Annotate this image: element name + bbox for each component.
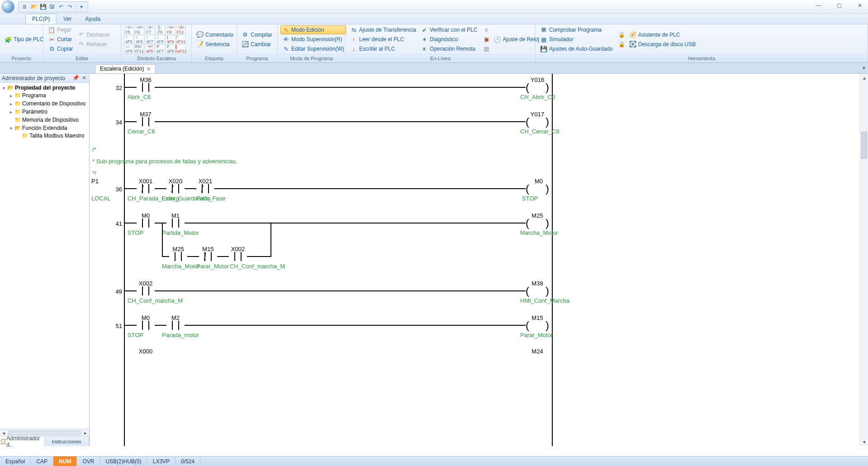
sym-af8[interactable]: FaF8 bbox=[166, 44, 175, 53]
ajuste-transferencia-button[interactable]: ⇆Ajuste de Transferencia bbox=[348, 25, 418, 34]
tree-programa[interactable]: ▸📁Programa bbox=[7, 92, 89, 99]
enline-icon-3[interactable]: ▤ bbox=[482, 44, 491, 53]
enline-icon-2[interactable]: ▣ bbox=[482, 35, 491, 44]
lock-icon-2[interactable]: 🔒 bbox=[617, 40, 626, 49]
sym-f8[interactable]: ()F8 bbox=[155, 25, 165, 34]
qat-new-icon[interactable]: 🗎 bbox=[21, 3, 28, 10]
leer-plc-button[interactable]: ↑Leer desde el PLC bbox=[348, 35, 418, 44]
sym-af5[interactable]: ⊣⊢aF5 bbox=[145, 44, 155, 53]
document-tabs-dropdown-icon[interactable]: ▾ bbox=[863, 65, 865, 71]
operacion-remota-button[interactable]: ☀Operación Remota bbox=[419, 44, 479, 53]
nc-contact[interactable]: / bbox=[196, 184, 214, 193]
sym-f5[interactable]: ⊣⊢F5 bbox=[124, 25, 134, 34]
comprobar-programa-button[interactable]: 🛠Comprobar Programa bbox=[538, 25, 615, 34]
tree-parametro[interactable]: ▸📁Parámetro bbox=[7, 108, 89, 115]
qat-redo-icon[interactable]: ↷ bbox=[66, 3, 74, 10]
status-lang[interactable]: Español bbox=[0, 456, 31, 466]
output-coil[interactable] bbox=[524, 83, 551, 92]
copiar-button[interactable]: ⧉Copiar bbox=[46, 44, 75, 53]
tipo-plc-button[interactable]: 🧩Tipo de PLC bbox=[3, 35, 45, 44]
tree-funcion-ext[interactable]: ▾📂Función Extendida bbox=[7, 124, 89, 132]
tree-comentario-disp[interactable]: ▸📁Comentario de Dispositivo bbox=[7, 100, 89, 107]
diagnostico-button[interactable]: ✶Diagnóstico bbox=[419, 35, 479, 44]
cortar-button[interactable]: ✂Cortar bbox=[46, 35, 75, 44]
tree-memoria-disp[interactable]: 📁Memoria de Dispositivo bbox=[7, 116, 89, 124]
app-menu-button[interactable] bbox=[0, 0, 16, 14]
scroll-up-icon[interactable]: ▴ bbox=[860, 74, 868, 82]
tree-root[interactable]: ▾📂Propiedad del proyecto bbox=[0, 84, 89, 91]
tab-plc[interactable]: PLC(P) bbox=[25, 14, 57, 24]
status-cap[interactable]: CAP bbox=[31, 456, 53, 466]
compilar-button[interactable]: ⚙Compilar bbox=[240, 30, 274, 39]
modo-edicion-button[interactable]: ✎Modo Edición bbox=[280, 25, 346, 34]
sym-f7[interactable]: ⊣⊢F7 bbox=[145, 25, 155, 34]
no-contact[interactable] bbox=[137, 286, 155, 295]
sidebar-tab-admin[interactable]: 📋 Administrador d.. bbox=[0, 437, 45, 446]
asistente-plc-button[interactable]: 🧭Asistente de PLC bbox=[627, 30, 697, 39]
no-contact[interactable] bbox=[169, 252, 187, 261]
pegar-button[interactable]: 📋Pegar bbox=[46, 25, 75, 34]
simulador-button[interactable]: ▦Simulador bbox=[538, 35, 615, 44]
no-contact[interactable] bbox=[229, 252, 247, 261]
ajuste-reloj-button[interactable]: 🕐Ajuste de Reloj bbox=[492, 35, 541, 44]
editor-vscroll[interactable]: ▴ ▾ bbox=[860, 74, 868, 446]
qat-customize-icon[interactable]: ▾ bbox=[78, 3, 85, 10]
sym-sf9[interactable]: |sF9 bbox=[166, 35, 175, 44]
nc-contact[interactable]: / bbox=[199, 252, 217, 261]
no-contact[interactable] bbox=[166, 321, 185, 330]
sym-cf11[interactable]: INVcF11 bbox=[134, 44, 144, 53]
sidebar-pin-icon[interactable]: 📌 bbox=[72, 75, 79, 81]
no-contact[interactable] bbox=[137, 321, 155, 330]
cambiar-button[interactable]: 🔄Cambiar bbox=[240, 40, 274, 49]
sym-sf6[interactable]: ↓sF6 bbox=[134, 35, 144, 44]
output-coil[interactable] bbox=[524, 184, 551, 193]
maximize-button[interactable]: ▢ bbox=[833, 1, 845, 10]
document-tab[interactable]: Escalera (Edición) ✕ bbox=[95, 64, 156, 73]
ladder-editor[interactable]: 32 M36 Y016 Abrir_C6 CH_Abrir_C6 34 M37 … bbox=[90, 74, 868, 446]
editar-supervision-button[interactable]: ✎Editar Supervisión(W) bbox=[280, 44, 346, 53]
descarga-usb-button[interactable]: 💽Descarga de disco USB bbox=[627, 40, 697, 49]
minimize-button[interactable]: — bbox=[812, 1, 825, 10]
tree-modbus[interactable]: 📁Tabla Modbus Maestro bbox=[14, 132, 89, 139]
output-coil[interactable] bbox=[524, 219, 551, 228]
sym-cf9[interactable]: —cF9 bbox=[124, 44, 134, 53]
comentario-button[interactable]: 💬Comentario bbox=[194, 30, 235, 39]
nc-contact[interactable]: / bbox=[166, 184, 185, 193]
sym-f11[interactable]: ⊣/⊢F11 bbox=[176, 25, 186, 34]
rehacer-button[interactable]: ↷Rehacer bbox=[76, 40, 111, 49]
qat-undo-icon[interactable]: ↶ bbox=[57, 3, 65, 10]
qat-save-icon[interactable]: 💾 bbox=[39, 3, 47, 10]
nc-contact[interactable]: / bbox=[137, 184, 155, 193]
status-ovr[interactable]: OVR bbox=[77, 456, 100, 466]
scroll-down-icon[interactable]: ▾ bbox=[860, 438, 868, 446]
qat-saveall-icon[interactable]: 🖫 bbox=[48, 3, 56, 10]
sentencia-button[interactable]: 📝Sentencia bbox=[194, 40, 235, 49]
verificar-plc-button[interactable]: ✔Verificar con el PLC bbox=[419, 25, 479, 34]
tab-ver[interactable]: Ver bbox=[57, 14, 78, 24]
qat-open-icon[interactable]: 📂 bbox=[30, 3, 38, 10]
no-contact[interactable] bbox=[137, 117, 155, 126]
sidebar-tab-instrucciones[interactable]: Instrucciones bbox=[45, 437, 90, 446]
sym-sf7[interactable]: ↑sF7 bbox=[145, 35, 155, 44]
scroll-thumb[interactable] bbox=[8, 431, 81, 435]
sym-sf8[interactable]: ↓sF8 bbox=[155, 35, 165, 44]
sym-f6[interactable]: ⊣/⊢F6 bbox=[134, 25, 144, 34]
scroll-thumb[interactable] bbox=[861, 132, 867, 159]
no-contact[interactable] bbox=[137, 83, 155, 92]
output-coil[interactable] bbox=[524, 321, 551, 330]
sym-sf11[interactable]: /sF11 bbox=[176, 35, 186, 44]
project-tree[interactable]: ▾📂Propiedad del proyecto ▸📁Programa ▸📁Co… bbox=[0, 83, 89, 429]
modo-supervision-button[interactable]: 👁Modo Supervisión(R) bbox=[280, 35, 346, 44]
lock-icon-1[interactable]: 🔒 bbox=[617, 30, 626, 39]
sym-f9[interactable]: ⊣⊢F9 bbox=[166, 25, 175, 34]
enline-icon-1[interactable]: ⎋ bbox=[482, 25, 491, 34]
scroll-right-icon[interactable]: ▸ bbox=[82, 430, 89, 436]
no-contact[interactable] bbox=[166, 219, 185, 228]
document-tab-close-icon[interactable]: ✕ bbox=[147, 66, 151, 72]
output-coil[interactable] bbox=[524, 286, 551, 295]
tab-ayuda[interactable]: Ayuda bbox=[78, 14, 107, 24]
no-contact[interactable] bbox=[137, 219, 155, 228]
deshacer-button[interactable]: ↶Deshacer bbox=[76, 30, 111, 39]
close-button[interactable]: ✕ bbox=[854, 1, 866, 10]
status-num[interactable]: NUM bbox=[53, 456, 77, 466]
